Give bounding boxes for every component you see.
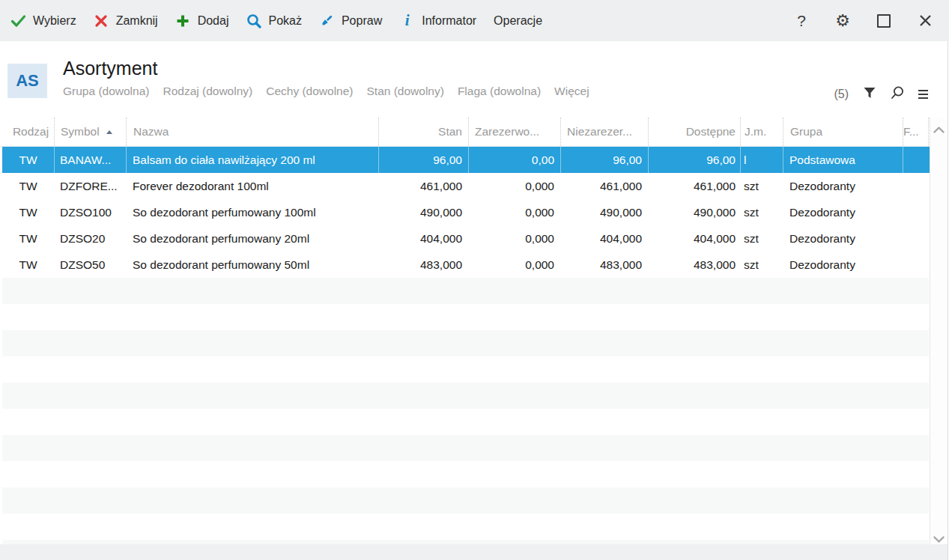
list-tools: (5) <box>834 86 928 103</box>
column-header-symbol[interactable]: Symbol <box>54 118 126 146</box>
zamknij-button[interactable]: Zamknij <box>94 13 158 28</box>
filter-item-4[interactable]: Flaga (dowolna) <box>458 85 541 98</box>
cell-niezarezerwowane: 461,000 <box>560 173 648 199</box>
table-row[interactable]: TWDZSO100So dezodorant perfumowany 100ml… <box>0 199 930 225</box>
operacje-button[interactable]: Operacje <box>494 14 542 28</box>
cell-grupa: Podstawowa <box>783 147 903 173</box>
check-icon <box>10 13 26 28</box>
cell-symbol: DZFORE... <box>54 173 126 199</box>
cell-dostepne: 404,000 <box>648 225 740 252</box>
close-button[interactable] <box>916 12 934 30</box>
scroll-up-icon[interactable] <box>933 123 945 130</box>
cell-rodzaj: TW <box>2 252 54 278</box>
empty-rows-stripes <box>2 278 929 544</box>
cell-dostepne: 96,00 <box>648 147 740 173</box>
cell-niezarezerwowane: 404,000 <box>560 225 648 252</box>
search-icon[interactable] <box>891 86 904 103</box>
table-row[interactable]: TWDZSO50So dezodorant perfumowany 50ml48… <box>0 252 930 278</box>
cell-grupa: Dezodoranty <box>783 252 903 278</box>
cell-rodzaj: TW <box>2 199 54 225</box>
column-header-zarezerwowane[interactable]: Zarezerwo... <box>468 118 560 146</box>
magnifier-icon <box>246 13 261 28</box>
cell-symbol: DZSO50 <box>54 252 126 278</box>
main-toolbar: Wybierz Zamknij Dodaj Pokaż Popraw <box>0 0 949 41</box>
table-row[interactable]: TWDZSO20So dezodorant perfumowany 20ml40… <box>0 225 930 252</box>
filter-item-1[interactable]: Rodzaj (dowolny) <box>163 85 252 98</box>
cell-zarezerwowane: 0,000 <box>468 252 560 278</box>
vertical-scrollbar[interactable] <box>930 118 948 544</box>
filter-bar: Grupa (dowolna)Rodzaj (dowolny)Cechy (do… <box>63 85 589 98</box>
app-window: Wybierz Zamknij Dodaj Pokaż Popraw <box>0 0 949 560</box>
column-header-grupa[interactable]: Grupa <box>783 118 903 146</box>
cell-rodzaj: TW <box>2 147 54 173</box>
filter-icon[interactable] <box>863 87 876 102</box>
column-header-nazwa[interactable]: Nazwa <box>126 118 378 146</box>
cell-nazwa: Balsam do ciała nawilżający 200 ml <box>126 147 378 173</box>
filter-item-0[interactable]: Grupa (dowolna) <box>63 85 149 98</box>
brush-icon <box>319 13 335 28</box>
cell-flaga <box>903 199 929 225</box>
column-header-dostepne[interactable]: Dostępne <box>648 118 740 146</box>
filter-item-5[interactable]: Więcej <box>554 85 589 98</box>
cell-stan: 96,00 <box>378 147 468 173</box>
row-count: (5) <box>834 88 849 101</box>
cell-zarezerwowane: 0,00 <box>468 147 560 173</box>
column-header-rodzaj[interactable]: Rodzaj <box>2 118 54 146</box>
cell-zarezerwowane: 0,000 <box>468 225 560 252</box>
cell-stan: 404,000 <box>378 225 468 252</box>
cell-grupa: Dezodoranty <box>783 225 903 252</box>
table-row[interactable]: TWBANAW...Balsam do ciała nawilżający 20… <box>0 147 930 173</box>
cell-stan: 461,000 <box>378 173 468 199</box>
cell-grupa: Dezodoranty <box>783 173 903 199</box>
scroll-down-icon[interactable] <box>933 532 945 539</box>
cell-flaga <box>903 225 929 252</box>
plus-icon <box>175 13 191 28</box>
cell-dostepne: 461,000 <box>648 173 740 199</box>
filter-item-3[interactable]: Stan (dowolny) <box>367 85 444 98</box>
cell-grupa: Dezodoranty <box>783 199 903 225</box>
info-icon: i <box>399 13 415 28</box>
cell-zarezerwowane: 0,000 <box>468 173 560 199</box>
cell-symbol: BANAW... <box>54 147 126 173</box>
popraw-button[interactable]: Popraw <box>319 13 382 28</box>
cell-dostepne: 483,000 <box>648 252 740 278</box>
filter-item-2[interactable]: Cechy (dowolne) <box>266 85 353 98</box>
toolbar-label: Informator <box>422 14 476 28</box>
cell-dostepne: 490,000 <box>648 199 740 225</box>
cell-jm: szt <box>740 225 783 252</box>
cell-jm: szt <box>740 173 783 199</box>
toolbar-label: Dodaj <box>198 14 229 28</box>
cell-nazwa: So dezodorant perfumowany 20ml <box>126 225 378 252</box>
toolbar-label: Zamknij <box>116 14 158 28</box>
page-title: Asortyment <box>63 58 157 79</box>
table: RodzajSymbolNazwaStanZarezerwo...Niezare… <box>0 118 930 544</box>
cell-niezarezerwowane: 490,000 <box>560 199 648 225</box>
module-badge: AS <box>7 64 47 98</box>
gear-icon[interactable]: ⚙ <box>834 12 852 30</box>
dodaj-button[interactable]: Dodaj <box>175 13 229 28</box>
toolbar-label: Popraw <box>342 14 382 28</box>
toolbar-label: Pokaż <box>268 14 301 28</box>
cell-nazwa: Forever dezodorant 100ml <box>126 173 378 199</box>
maximize-button[interactable] <box>875 12 893 30</box>
cell-jm: l <box>740 147 783 173</box>
wybierz-button[interactable]: Wybierz <box>10 13 76 28</box>
cell-flaga <box>903 252 929 278</box>
menu-icon[interactable] <box>918 90 928 99</box>
help-button[interactable]: ? <box>792 12 810 30</box>
cell-nazwa: So dezodorant perfumowany 100ml <box>126 199 378 225</box>
cell-flaga <box>903 173 929 199</box>
cell-niezarezerwowane: 96,00 <box>560 147 648 173</box>
sort-asc-icon <box>106 130 112 134</box>
column-header-jm[interactable]: J.m. <box>740 118 783 146</box>
window-right-border <box>948 41 948 560</box>
cell-niezarezerwowane: 483,000 <box>560 252 648 278</box>
informator-button[interactable]: i Informator <box>399 13 476 28</box>
cell-flaga <box>903 147 929 173</box>
pokaz-button[interactable]: Pokaż <box>246 13 301 28</box>
column-header-stan[interactable]: Stan <box>378 118 468 146</box>
column-header-niezarezerwowane[interactable]: Niezarezer... <box>560 118 648 146</box>
cell-symbol: DZSO20 <box>54 225 126 252</box>
column-header-flaga[interactable]: F... <box>903 118 929 146</box>
table-row[interactable]: TWDZFORE...Forever dezodorant 100ml461,0… <box>0 173 930 199</box>
